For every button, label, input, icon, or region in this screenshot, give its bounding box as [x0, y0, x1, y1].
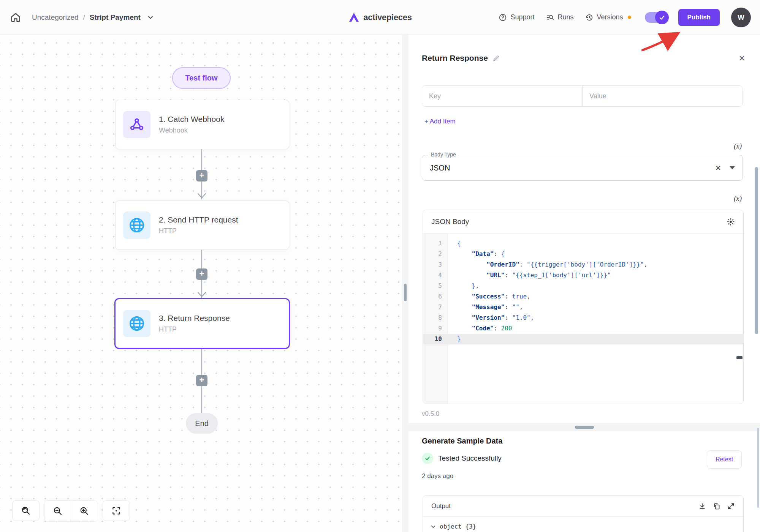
output-label: Output: [431, 502, 451, 510]
add-step-button[interactable]: +: [196, 170, 207, 182]
publish-button[interactable]: Publish: [678, 9, 720, 26]
success-check-icon: [422, 453, 433, 464]
code-line[interactable]: 2 "Data": {: [423, 249, 743, 259]
test-status-text: Tested Successfully: [438, 454, 502, 463]
zoom-out-button[interactable]: [44, 501, 71, 521]
runs-menu-item[interactable]: Runs: [546, 13, 574, 22]
code-line[interactable]: 9 "Code": 200: [423, 323, 743, 334]
step-card-catch-webhook[interactable]: 1. Catch Webhook Webhook: [115, 100, 289, 149]
avatar[interactable]: W: [731, 8, 751, 27]
history-icon: [585, 13, 594, 22]
top-bar: Uncategorized / Stript Payment activepie…: [0, 0, 760, 35]
resizer-handle[interactable]: [404, 284, 407, 301]
add-item-link[interactable]: + Add Item: [424, 118, 456, 125]
breadcrumb[interactable]: Uncategorized / Stript Payment: [32, 13, 154, 22]
generate-sample-data-heading: Generate Sample Data: [422, 437, 502, 445]
step-subtitle: HTTP: [159, 227, 238, 235]
toggle-knob: [655, 11, 669, 24]
last-tested-time: 2 days ago: [422, 472, 453, 480]
retest-button[interactable]: Retest: [707, 450, 742, 469]
support-menu-item[interactable]: Support: [499, 13, 534, 22]
flow-enabled-toggle[interactable]: [645, 12, 667, 23]
versions-menu-item[interactable]: Versions: [585, 13, 623, 22]
canvas-controls: [12, 500, 130, 522]
webhook-icon: [123, 111, 150, 138]
globe-icon: [123, 212, 150, 239]
value-input[interactable]: [583, 86, 743, 106]
panel-scrollbar-thumb[interactable]: [755, 167, 758, 334]
dynamic-value-icon[interactable]: (x): [734, 194, 742, 203]
dynamic-value-icon[interactable]: (x): [734, 142, 742, 150]
code-line[interactable]: 7 "Message": "",: [423, 302, 743, 313]
code-line[interactable]: 6 "Success": true,: [423, 291, 743, 302]
test-status-row: Tested Successfully: [422, 453, 502, 464]
section-divider: [408, 423, 760, 431]
breadcrumb-separator: /: [83, 13, 85, 22]
output-tree-root[interactable]: object {3}: [423, 517, 743, 532]
step-title: 1. Catch Webhook: [159, 115, 224, 124]
tree-root-label: object {3}: [440, 523, 476, 530]
step-title: 2. Send HTTP request: [159, 215, 238, 224]
arrowhead-icon: [197, 292, 206, 298]
json-body-editor: JSON Body 1{2 "Data": {3 "OrderID": "{{t…: [423, 210, 744, 404]
code-line[interactable]: 10}: [423, 334, 743, 344]
list-search-icon: [546, 13, 554, 22]
support-label: Support: [510, 13, 534, 21]
step-subtitle: Webhook: [159, 126, 224, 134]
versions-notification-dot: [628, 16, 631, 19]
chevron-down-icon[interactable]: [147, 14, 154, 21]
piece-version: v0.5.0: [422, 410, 439, 418]
flow-canvas[interactable]: Test flow 1. Catch Webhook Webhook +: [0, 35, 402, 532]
body-type-select[interactable]: Body Type JSON ✕: [422, 155, 743, 181]
close-panel-button[interactable]: ×: [739, 53, 745, 63]
drag-handle[interactable]: [575, 426, 594, 429]
brand-name: activepieces: [363, 13, 412, 22]
step-title: 3. Return Response: [159, 314, 230, 323]
test-flow-button[interactable]: Test flow: [172, 67, 231, 89]
breadcrumb-category[interactable]: Uncategorized: [32, 13, 79, 22]
step-subtitle: HTTP: [159, 325, 230, 333]
beautify-icon[interactable]: [727, 218, 735, 226]
add-step-button[interactable]: +: [196, 268, 207, 280]
edit-pencil-icon[interactable]: [492, 55, 500, 62]
zoom-reset-button[interactable]: [12, 500, 40, 521]
runs-label: Runs: [558, 13, 574, 21]
section-scrollbar-thumb[interactable]: [757, 428, 759, 508]
output-card: Output object {3}: [423, 495, 744, 532]
flow-name[interactable]: Stript Payment: [90, 13, 141, 22]
step-card-return-response[interactable]: 3. Return Response HTTP: [114, 298, 290, 349]
activepieces-logo-icon: [348, 12, 359, 23]
question-circle-icon: [499, 13, 507, 22]
brand: activepieces: [348, 0, 412, 35]
code-line[interactable]: 4 "URL": "{{step_1['body']['url']}}": [423, 270, 743, 281]
expand-icon[interactable]: [727, 502, 735, 510]
dropdown-caret-icon[interactable]: [730, 166, 735, 169]
clear-selection-icon[interactable]: ✕: [707, 164, 730, 172]
add-step-button[interactable]: +: [196, 375, 207, 386]
code-line[interactable]: 1{: [423, 238, 743, 249]
body-type-label: Body Type: [428, 152, 459, 158]
globe-icon: [123, 310, 150, 337]
download-icon[interactable]: [698, 502, 706, 510]
end-node: End: [186, 413, 218, 434]
code-line[interactable]: 3 "OrderID": "{{trigger['body']['OrderID…: [423, 259, 743, 270]
step-card-send-http[interactable]: 2. Send HTTP request HTTP: [115, 200, 289, 250]
code-line[interactable]: 5 },: [423, 281, 743, 291]
chevron-down-icon: [431, 524, 436, 529]
key-input[interactable]: [422, 86, 582, 106]
editor-scrollbar-thumb[interactable]: [736, 356, 743, 359]
code-line[interactable]: 8 "Version": "1.0",: [423, 313, 743, 323]
panel-resizer[interactable]: [402, 35, 408, 532]
headers-key-value-row: [422, 85, 743, 107]
arrowhead-icon: [197, 193, 206, 199]
versions-label: Versions: [597, 13, 623, 21]
body-type-value: JSON: [430, 164, 450, 172]
code-editor[interactable]: 1{2 "Data": {3 "OrderID": "{{trigger['bo…: [423, 234, 743, 404]
json-body-label: JSON Body: [431, 218, 469, 226]
step-settings-panel: Return Response × + Add Item (x) Body Ty…: [408, 35, 760, 532]
zoom-in-button[interactable]: [71, 501, 98, 521]
copy-icon[interactable]: [713, 502, 720, 510]
fit-to-view-button[interactable]: [103, 500, 130, 521]
home-icon[interactable]: [9, 11, 22, 24]
panel-title: Return Response: [422, 54, 488, 63]
